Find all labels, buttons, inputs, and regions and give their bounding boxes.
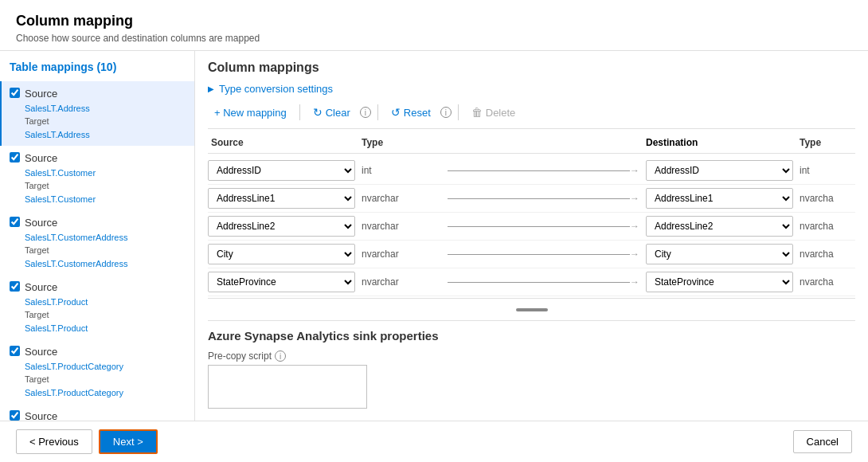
target-label-5: Target bbox=[25, 373, 123, 386]
source-select-4[interactable]: City bbox=[208, 244, 355, 264]
source-label-6: Source bbox=[25, 409, 57, 421]
table-mapping-item-4[interactable]: Source SalesLT.Product Target SalesLT.Pr… bbox=[0, 275, 194, 339]
source-label-2: Source bbox=[25, 151, 96, 166]
footer-nav-buttons: < Previous Next > bbox=[16, 429, 158, 454]
source-select-3[interactable]: AddressLine2 bbox=[208, 216, 355, 237]
mapping-row-5: StateProvince nvarchar → StateProvince n… bbox=[208, 268, 855, 296]
clear-button[interactable]: ↻ Clear bbox=[307, 103, 357, 122]
chevron-right-icon: ▶ bbox=[208, 84, 214, 93]
mapping-checkbox-4[interactable] bbox=[10, 281, 20, 292]
source-select-container-3: AddressLine2 bbox=[208, 216, 355, 237]
target-sub-4: SalesLT.Product bbox=[25, 322, 88, 335]
line-left-5 bbox=[448, 282, 630, 283]
new-mapping-button[interactable]: + New mapping bbox=[208, 104, 293, 122]
next-button[interactable]: Next > bbox=[99, 429, 158, 454]
target-sub-1: SalesLT.Address bbox=[25, 128, 90, 142]
delete-button[interactable]: 🗑 Delete bbox=[465, 103, 522, 122]
dest-select-4[interactable]: City bbox=[646, 244, 793, 264]
refresh-icon: ↻ bbox=[313, 106, 323, 119]
mapping-checkbox-1[interactable] bbox=[10, 88, 20, 98]
table-mapping-item-6[interactable]: Source bbox=[0, 404, 194, 421]
table-mapping-item-3[interactable]: Source SalesLT.CustomerAddress Target Sa… bbox=[0, 210, 194, 275]
source-label-4: Source bbox=[25, 280, 88, 296]
dest-select-container-2: AddressLine1 bbox=[646, 188, 793, 209]
pre-copy-info-icon[interactable]: i bbox=[275, 350, 286, 362]
dest-type-5: nvarcha bbox=[800, 276, 855, 288]
dest-select-1[interactable]: AddressID bbox=[646, 160, 793, 181]
source-label-1: Source bbox=[25, 86, 90, 102]
arrow-line-4: → bbox=[448, 249, 639, 260]
dest-select-container-4: City bbox=[646, 244, 793, 264]
target-sub-2: SalesLT.Customer bbox=[25, 193, 96, 206]
source-select-5[interactable]: StateProvince bbox=[208, 272, 355, 292]
line-left-3 bbox=[448, 226, 630, 227]
page-subtitle: Choose how source and destination column… bbox=[16, 33, 852, 44]
source-type-3: nvarchar bbox=[362, 221, 441, 232]
type-col-header: Type bbox=[362, 137, 441, 148]
source-label-5: Source bbox=[25, 344, 123, 360]
source-sub-3: SalesLT.CustomerAddress bbox=[25, 231, 127, 245]
source-col-header: Source bbox=[208, 137, 355, 148]
dest-select-5[interactable]: StateProvince bbox=[646, 272, 793, 292]
arrow-head-1: → bbox=[630, 165, 639, 176]
dest-select-container-5: StateProvince bbox=[646, 272, 793, 292]
column-mappings-title: Column mappings bbox=[208, 61, 855, 75]
delete-icon: 🗑 bbox=[471, 106, 483, 119]
type-conversion-toggle[interactable]: ▶ Type conversion settings bbox=[208, 83, 855, 95]
reset-info-icon[interactable]: i bbox=[440, 107, 452, 118]
sink-section: Azure Synapse Analytics sink properties … bbox=[208, 320, 855, 411]
mapping-checkbox-6[interactable] bbox=[10, 410, 20, 421]
table-mappings-title: Table mappings (10) bbox=[0, 61, 194, 81]
right-panel: Column mappings ▶ Type conversion settin… bbox=[195, 51, 868, 421]
source-type-5: nvarchar bbox=[362, 276, 441, 288]
mapping-info-1: Source SalesLT.Address Target SalesLT.Ad… bbox=[25, 86, 90, 141]
dest-select-2[interactable]: AddressLine1 bbox=[646, 188, 793, 209]
pre-copy-script-input[interactable] bbox=[208, 365, 367, 409]
source-type-1: int bbox=[362, 165, 441, 176]
header: Column mapping Choose how source and des… bbox=[0, 0, 868, 51]
previous-button[interactable]: < Previous bbox=[16, 429, 92, 454]
clear-label: Clear bbox=[326, 107, 350, 119]
arrow-head-4: → bbox=[630, 249, 639, 260]
mapping-checkbox-2[interactable] bbox=[10, 152, 20, 162]
arrow-line-1: → bbox=[448, 165, 639, 176]
mapping-info-6: Source bbox=[25, 409, 57, 421]
toolbar-separator-1 bbox=[299, 104, 300, 120]
source-sub-4: SalesLT.Product bbox=[25, 296, 88, 309]
source-select-1[interactable]: AddressID bbox=[208, 160, 355, 181]
mapping-checkbox-5[interactable] bbox=[10, 346, 20, 356]
dest-select-3[interactable]: AddressLine2 bbox=[646, 216, 793, 237]
dest-type-4: nvarcha bbox=[800, 249, 855, 260]
column-mappings-scroll[interactable]: Source Type Destination Type AddressID i… bbox=[208, 137, 855, 411]
arrow-head-3: → bbox=[630, 221, 639, 232]
arrow-head-5: → bbox=[630, 276, 639, 288]
dest-col-header: Destination bbox=[646, 137, 793, 148]
source-type-2: nvarchar bbox=[362, 193, 441, 204]
horizontal-scrollbar-thumb[interactable] bbox=[516, 308, 548, 311]
mapping-info-5: Source SalesLT.ProductCategory Target Sa… bbox=[25, 344, 123, 399]
source-sub-2: SalesLT.Customer bbox=[25, 166, 96, 180]
delete-label: Delete bbox=[486, 107, 516, 119]
page-title: Column mapping bbox=[16, 13, 852, 29]
source-select-container-5: StateProvince bbox=[208, 272, 355, 292]
arrow-line-3: → bbox=[448, 221, 639, 232]
content-area: Table mappings (10) Source SalesLT.Addre… bbox=[0, 51, 868, 421]
mapping-checkbox-3[interactable] bbox=[10, 217, 20, 227]
new-mapping-label: + New mapping bbox=[214, 107, 287, 119]
table-mapping-item-1[interactable]: Source SalesLT.Address Target SalesLT.Ad… bbox=[0, 81, 194, 146]
source-select-container-4: City bbox=[208, 244, 355, 264]
source-select-2[interactable]: AddressLine1 bbox=[208, 188, 355, 209]
source-sub-5: SalesLT.ProductCategory bbox=[25, 360, 123, 374]
table-mapping-item-2[interactable]: Source SalesLT.Customer Target SalesLT.C… bbox=[0, 146, 194, 210]
source-sub-1: SalesLT.Address bbox=[25, 102, 90, 116]
clear-info-icon[interactable]: i bbox=[360, 107, 371, 118]
dest-select-container-1: AddressID bbox=[646, 160, 793, 181]
table-mapping-item-5[interactable]: Source SalesLT.ProductCategory Target Sa… bbox=[0, 339, 194, 404]
footer: < Previous Next > Cancel bbox=[0, 421, 868, 462]
cancel-button[interactable]: Cancel bbox=[793, 430, 852, 453]
dest-type-1: int bbox=[800, 165, 855, 176]
reset-button[interactable]: ↺ Reset bbox=[385, 103, 437, 122]
type-conversion-label: Type conversion settings bbox=[219, 83, 333, 95]
target-sub-3: SalesLT.CustomerAddress bbox=[25, 257, 127, 271]
mapping-row-1: AddressID int → AddressID int bbox=[208, 157, 855, 185]
